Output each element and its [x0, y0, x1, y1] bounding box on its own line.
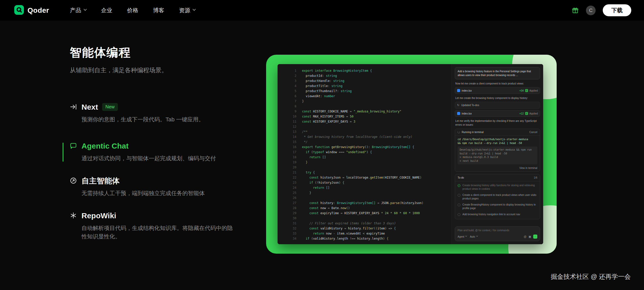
code-line: 3 productHandle: string — [284, 78, 451, 83]
autonomous-agent-icon — [70, 177, 77, 184]
feature-title: Next — [81, 103, 98, 112]
code-line: 30 — [284, 216, 451, 221]
top-nav: Qoder 产品企业价格博客资源 C 下载 — [0, 0, 644, 21]
avatar[interactable]: C — [586, 6, 596, 15]
send-button: ↑ — [533, 235, 537, 239]
code-line: 13/** — [284, 129, 451, 134]
feature-title: 自主智能体 — [81, 176, 120, 185]
todo-text: Add browsing history navigation link to … — [462, 213, 520, 216]
todo-text: Create browsing history utility function… — [462, 184, 537, 191]
nav-item-4[interactable]: 博客 — [153, 7, 164, 14]
feature-title: Agentic Chat — [81, 141, 129, 151]
code-line: 25 } — [284, 190, 451, 195]
nav-item-1[interactable]: 产品 — [70, 7, 86, 14]
agent-mode-label: Agent — [458, 235, 464, 238]
line-number: 14 — [284, 134, 296, 139]
terminal-cancel-link: Cancel — [529, 131, 537, 134]
feature-description: 无需持续人工干预，端到端独立完成任务的智能体 — [81, 189, 234, 197]
feature-description: 自动解析项目代码，生成结构化知识库。将隐藏在代码中的隐性知识显性化。 — [81, 224, 234, 241]
code-line: 21 try { — [284, 170, 451, 175]
chevron-down-icon — [193, 8, 196, 11]
line-number: 15 — [284, 139, 296, 144]
todo-item: Add browsing history navigation link to … — [455, 211, 540, 218]
showcase-panel: 1export interface BrowsingHistoryItem {2… — [266, 55, 557, 254]
line-number: 11 — [284, 119, 296, 124]
ide-screenshot: 1export interface BrowsingHistoryItem {2… — [278, 64, 543, 244]
file-name: index.tsx — [462, 89, 472, 92]
file-chip-1: index.tsx +34 ✓ Applied — [455, 87, 540, 94]
code-line: 31 // Filter out expired items (older th… — [284, 221, 451, 226]
code-line: 26 — [284, 195, 451, 200]
code-line: 17 if (typeof window === "undefined") { — [284, 150, 451, 155]
hero-section: 智能体编程 从辅助到自主，满足各种编程场景。 NextNew预测你的意图，生成下… — [70, 46, 238, 254]
nav-item-label: 博客 — [153, 7, 164, 14]
code-line: 29 const expiryTime = HISTORY_EXPIRY_DAY… — [284, 211, 451, 216]
nav-item-3[interactable]: 价格 — [127, 7, 138, 14]
view-in-terminal-link: View in terminal — [455, 165, 540, 171]
assistant-message-2: Let me create the browsing history compo… — [455, 96, 540, 100]
line-number: 21 — [284, 170, 296, 175]
chat-bubble-icon — [70, 142, 77, 149]
nav-item-2[interactable]: 企业 — [101, 7, 112, 14]
tsx-file-icon — [457, 89, 460, 92]
download-button[interactable]: 下载 — [603, 4, 631, 16]
applied-check-icon: ✓ — [525, 112, 528, 115]
code-line: 32 const validHistory = history.filter((… — [284, 226, 451, 231]
applied-check-icon: ✓ — [525, 89, 528, 92]
line-number: 2 — [284, 73, 296, 78]
code-line: 14 * Get browsing history from localStor… — [284, 134, 451, 139]
code-line: 10const MAX_HISTORY_ITEMS = 50 — [284, 114, 451, 119]
user-message-card: Add a browsing history feature in the Pe… — [455, 67, 540, 79]
line-number: 13 — [284, 129, 296, 134]
page-title: 智能体编程 — [70, 46, 238, 59]
code-line: 2 productId: string — [284, 73, 451, 78]
watermark: 掘金技术社区 @ 还再学一会 — [551, 272, 631, 281]
file-status: Applied — [529, 89, 538, 92]
code-line: 33 return now - item.viewedAt < expiryTi… — [284, 231, 451, 236]
code-line: 11const HISTORY_EXPIRY_DAYS = 3 — [284, 119, 451, 124]
line-number: 29 — [284, 211, 296, 216]
refresh-icon: ↻ — [457, 104, 459, 107]
nav-item-5[interactable]: 资源 — [179, 7, 195, 14]
code-line: 12 — [284, 124, 451, 129]
model-select: Auto — [470, 235, 478, 238]
todo-item: ✓Create browsing history utility functio… — [455, 182, 540, 192]
code-line: 7} — [284, 99, 451, 104]
chat-messages: Add a browsing history feature in the Pe… — [455, 67, 540, 224]
line-number: 27 — [284, 200, 296, 206]
feature-item-autonomous-agent[interactable]: 自主智能体无需持续人工干预，端到端独立完成任务的智能体 — [70, 176, 238, 197]
diff-additions: +12 — [519, 112, 524, 115]
todo-item: Create BrowsingHistory component to disp… — [455, 202, 540, 211]
todo-item: Create a client component to track produ… — [455, 192, 540, 202]
feature-title: RepoWiki — [81, 211, 116, 220]
line-number: 32 — [284, 226, 296, 231]
feature-item-next[interactable]: NextNew预测你的意图，生成下一段代码。Tab 一键应用。 — [70, 103, 238, 124]
nav-links: 产品企业价格博客资源 — [70, 7, 195, 14]
file-status: Applied — [529, 112, 538, 115]
tab-arrow-icon — [70, 103, 77, 110]
main-content: 智能体编程 从辅助到自主，满足各种编程场景。 NextNew预测你的意图，生成下… — [0, 21, 644, 290]
feature-item-repowiki[interactable]: RepoWiki自动解析项目代码，生成结构化知识库。将隐藏在代码中的隐性知识显性… — [70, 211, 238, 241]
feature-item-agentic-chat[interactable]: Agentic Chat通过对话式协同，与智能体一起完成规划、编码与交付 — [70, 141, 238, 163]
new-badge: New — [102, 103, 118, 111]
todo-checkbox — [458, 213, 460, 216]
nav-item-label: 企业 — [101, 7, 112, 14]
code-line: 20 — [284, 165, 451, 170]
agent-mode-select: Agent — [458, 235, 467, 238]
line-number: 10 — [284, 114, 296, 119]
todo-text: Create a client component to track produ… — [462, 193, 537, 200]
line-number: 4 — [284, 83, 296, 89]
line-number: 3 — [284, 78, 296, 83]
line-number: 26 — [284, 195, 296, 200]
line-number: 9 — [284, 109, 296, 114]
spinner-icon — [458, 131, 460, 133]
qoder-logo-icon — [14, 5, 24, 16]
line-number: 20 — [284, 165, 296, 170]
qoder-logo[interactable]: Qoder — [14, 5, 49, 16]
gift-icon[interactable] — [572, 7, 579, 14]
terminal-card: Running in terminal Cancel cd /Users/Dev… — [455, 129, 540, 172]
line-number: 25 — [284, 190, 296, 195]
file-name: index.tsx — [462, 112, 472, 115]
repo-wiki-icon — [70, 212, 77, 219]
todo-checkbox — [458, 204, 460, 206]
